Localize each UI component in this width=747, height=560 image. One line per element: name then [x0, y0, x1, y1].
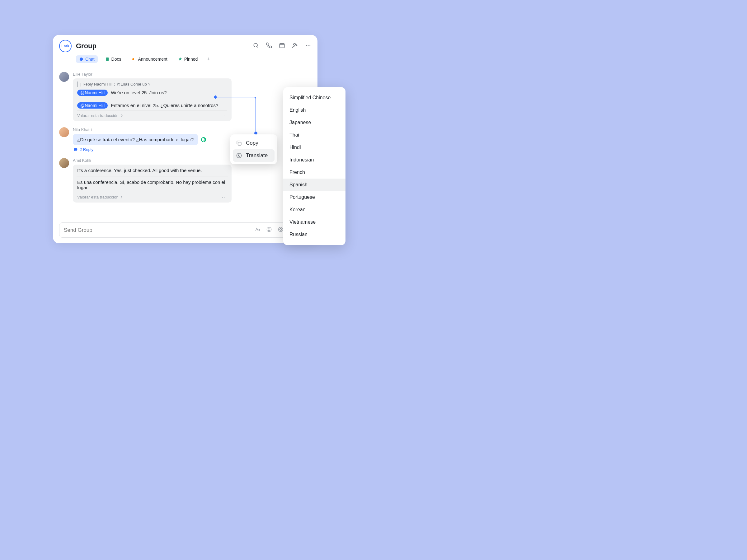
composer-input[interactable]	[64, 227, 255, 233]
reply-quote: | Reply Naomi Hill：@Elias Come up ?	[77, 81, 227, 87]
tab-docs[interactable]: Docs	[102, 55, 125, 63]
context-translate[interactable]: Translate	[233, 149, 275, 162]
language-option[interactable]: Russian	[283, 229, 345, 241]
context-item-label: Copy	[246, 140, 258, 146]
language-menu: Simplified Chinese English Japanese Thai…	[283, 87, 345, 245]
avatar[interactable]	[59, 127, 69, 137]
add-user-icon[interactable]	[292, 42, 298, 50]
context-item-label: Translate	[246, 153, 268, 159]
context-copy[interactable]: Copy	[233, 137, 275, 149]
chat-header: Lark Group Chat Docs Announcement	[53, 35, 317, 66]
svg-rect-12	[106, 58, 108, 61]
app-logo: Lark	[59, 40, 72, 52]
message-translated: Es una conferencia. Sí, acabo de comprob…	[77, 180, 227, 190]
language-option[interactable]: Vietnamese	[283, 216, 345, 229]
translate-icon	[236, 153, 242, 159]
language-option[interactable]: French	[283, 166, 345, 179]
font-icon[interactable]	[255, 226, 260, 234]
svg-point-8	[306, 45, 307, 46]
tab-label: Announcement	[138, 57, 167, 61]
add-tab-button[interactable]: +	[205, 56, 212, 62]
rate-translation-link[interactable]: Valorar esta traducción	[77, 195, 122, 199]
tab-chat[interactable]: Chat	[76, 55, 98, 63]
message-text: We're on level 25. Join us?	[111, 90, 166, 95]
pinned-icon	[178, 57, 182, 61]
mention-chip[interactable]: @Naomi Hill	[77, 102, 108, 109]
tab-pinned[interactable]: Pinned	[175, 55, 201, 63]
message-list: Ellie Taylor | Reply Naomi Hill：@Elias C…	[53, 66, 317, 222]
language-option[interactable]: Simplified Chinese	[283, 91, 345, 104]
docs-icon	[105, 57, 109, 61]
message-text: It's a conference. Yes, just checked. Al…	[77, 168, 227, 173]
message-author: Ellie Taylor	[73, 72, 311, 77]
message-author: Nita Khatri	[73, 127, 311, 132]
svg-point-5	[293, 43, 296, 46]
svg-point-9	[308, 45, 309, 46]
language-option-selected[interactable]: Spanish	[283, 179, 345, 191]
svg-point-15	[268, 229, 268, 229]
tab-label: Docs	[111, 57, 121, 61]
announcement-icon	[132, 57, 136, 61]
svg-rect-27	[238, 142, 241, 145]
svg-line-1	[257, 47, 258, 48]
message-composer[interactable]	[59, 222, 311, 238]
calendar-icon[interactable]	[279, 42, 285, 50]
message-more-icon[interactable]: ···	[222, 195, 227, 199]
message: Ellie Taylor | Reply Naomi Hill：@Elias C…	[59, 72, 311, 121]
rate-translation-link[interactable]: Valorar esta traducción	[77, 113, 122, 118]
tab-label: Pinned	[184, 57, 198, 61]
call-icon[interactable]	[266, 42, 272, 50]
emoji-icon[interactable]	[266, 226, 272, 234]
svg-point-0	[254, 43, 257, 47]
avatar[interactable]	[59, 72, 69, 82]
svg-rect-13	[74, 148, 77, 151]
svg-point-10	[310, 45, 311, 46]
svg-point-11	[80, 58, 83, 61]
chat-tabs: Chat Docs Announcement Pinned +	[76, 55, 311, 63]
message-translated: Estamos en el nivel 25. ¿Quieres unirte …	[111, 103, 218, 108]
message-context-menu: Copy Translate	[230, 134, 277, 164]
more-icon[interactable]	[305, 42, 311, 50]
tab-announcement[interactable]: Announcement	[129, 55, 170, 63]
message-bubble[interactable]: It's a conference. Yes, just checked. Al…	[73, 165, 232, 203]
language-option[interactable]: Indonesian	[283, 154, 345, 166]
search-icon[interactable]	[253, 42, 259, 50]
language-option[interactable]: Korean	[283, 204, 345, 216]
chat-title: Group	[76, 42, 97, 50]
language-option[interactable]: Portuguese	[283, 191, 345, 204]
copy-icon	[236, 140, 242, 146]
language-option[interactable]: Japanese	[283, 116, 345, 129]
translation-indicator-icon	[201, 137, 206, 142]
chat-window: Lark Group Chat Docs Announcement	[53, 35, 317, 243]
message: Amit Kohli It's a conference. Yes, just …	[59, 158, 311, 203]
chat-icon	[79, 57, 83, 61]
mention-chip[interactable]: @Naomi Hill	[77, 89, 108, 96]
svg-point-14	[267, 227, 271, 232]
message-more-icon[interactable]: ···	[222, 113, 227, 118]
language-option[interactable]: Thai	[283, 129, 345, 141]
svg-point-16	[269, 229, 270, 229]
avatar[interactable]	[59, 158, 69, 168]
language-option[interactable]: Hindi	[283, 141, 345, 154]
message-bubble[interactable]: | Reply Naomi Hill：@Elias Come up ? @Nao…	[73, 78, 232, 121]
message-bubble[interactable]: ¿De qué se trata el evento? ¿Has comprob…	[73, 134, 198, 145]
tab-label: Chat	[85, 57, 95, 61]
mention-icon[interactable]	[278, 226, 284, 234]
svg-point-17	[280, 229, 281, 230]
message-text: ¿De qué se trata el evento? ¿Has comprob…	[77, 137, 194, 142]
language-option[interactable]: English	[283, 104, 345, 116]
